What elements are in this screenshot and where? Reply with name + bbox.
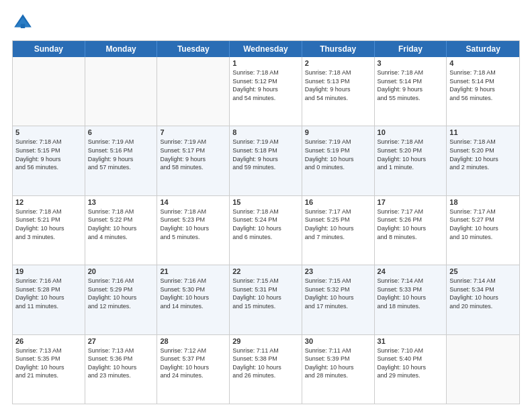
calendar-cell: 2Sunrise: 7:18 AM Sunset: 5:13 PM Daylig… <box>302 57 375 126</box>
logo-icon <box>12 12 34 34</box>
weekday-header-sunday: Sunday <box>13 41 85 57</box>
day-info: Sunrise: 7:14 AM Sunset: 5:33 PM Dayligh… <box>378 277 444 310</box>
calendar-cell: 25Sunrise: 7:14 AM Sunset: 5:34 PM Dayli… <box>447 265 519 334</box>
day-number: 27 <box>88 337 154 345</box>
day-info: Sunrise: 7:17 AM Sunset: 5:25 PM Dayligh… <box>305 208 371 241</box>
day-info: Sunrise: 7:16 AM Sunset: 5:30 PM Dayligh… <box>160 277 226 310</box>
calendar-cell: 7Sunrise: 7:19 AM Sunset: 5:17 PM Daylig… <box>157 126 230 195</box>
day-info: Sunrise: 7:17 AM Sunset: 5:27 PM Dayligh… <box>449 208 517 241</box>
day-number: 6 <box>88 128 154 136</box>
weekday-header-friday: Friday <box>375 41 447 57</box>
day-number: 19 <box>15 267 82 275</box>
calendar-cell: 9Sunrise: 7:19 AM Sunset: 5:19 PM Daylig… <box>302 126 375 195</box>
day-info: Sunrise: 7:11 AM Sunset: 5:38 PM Dayligh… <box>232 347 299 380</box>
calendar-cell <box>13 57 85 126</box>
calendar-cell: 17Sunrise: 7:17 AM Sunset: 5:26 PM Dayli… <box>375 196 447 265</box>
day-number: 25 <box>449 267 517 275</box>
calendar-cell: 22Sunrise: 7:15 AM Sunset: 5:31 PM Dayli… <box>230 265 302 334</box>
day-number: 21 <box>160 267 226 275</box>
day-info: Sunrise: 7:11 AM Sunset: 5:39 PM Dayligh… <box>305 347 371 380</box>
calendar-body: 1Sunrise: 7:18 AM Sunset: 5:12 PM Daylig… <box>13 57 519 404</box>
calendar-cell: 28Sunrise: 7:12 AM Sunset: 5:37 PM Dayli… <box>157 335 230 404</box>
day-info: Sunrise: 7:10 AM Sunset: 5:40 PM Dayligh… <box>378 347 444 380</box>
day-info: Sunrise: 7:15 AM Sunset: 5:31 PM Dayligh… <box>232 277 299 310</box>
calendar-cell: 18Sunrise: 7:17 AM Sunset: 5:27 PM Dayli… <box>447 196 519 265</box>
calendar-cell: 23Sunrise: 7:15 AM Sunset: 5:32 PM Dayli… <box>302 265 375 334</box>
day-number: 31 <box>378 337 444 345</box>
calendar-cell: 11Sunrise: 7:18 AM Sunset: 5:20 PM Dayli… <box>447 126 519 195</box>
weekday-header-wednesday: Wednesday <box>230 41 302 57</box>
calendar-cell: 30Sunrise: 7:11 AM Sunset: 5:39 PM Dayli… <box>302 335 375 404</box>
day-number: 30 <box>305 337 371 345</box>
day-info: Sunrise: 7:19 AM Sunset: 5:19 PM Dayligh… <box>305 138 371 171</box>
day-info: Sunrise: 7:15 AM Sunset: 5:32 PM Dayligh… <box>305 277 371 310</box>
calendar-cell: 13Sunrise: 7:18 AM Sunset: 5:22 PM Dayli… <box>85 196 158 265</box>
day-number: 15 <box>232 198 299 206</box>
calendar-cell: 29Sunrise: 7:11 AM Sunset: 5:38 PM Dayli… <box>230 335 302 404</box>
calendar-row: 5Sunrise: 7:18 AM Sunset: 5:15 PM Daylig… <box>13 126 519 195</box>
day-number: 7 <box>160 128 226 136</box>
day-number: 23 <box>305 267 371 275</box>
day-info: Sunrise: 7:19 AM Sunset: 5:16 PM Dayligh… <box>88 138 154 171</box>
weekday-header-tuesday: Tuesday <box>157 41 230 57</box>
day-info: Sunrise: 7:18 AM Sunset: 5:22 PM Dayligh… <box>88 208 154 241</box>
day-info: Sunrise: 7:18 AM Sunset: 5:21 PM Dayligh… <box>15 208 82 241</box>
day-info: Sunrise: 7:18 AM Sunset: 5:13 PM Dayligh… <box>305 68 371 102</box>
day-number: 22 <box>232 267 299 275</box>
day-info: Sunrise: 7:18 AM Sunset: 5:20 PM Dayligh… <box>378 138 444 171</box>
day-number: 5 <box>15 128 82 136</box>
day-number: 20 <box>88 267 154 275</box>
day-number: 8 <box>232 128 299 136</box>
day-number: 29 <box>232 337 299 345</box>
day-number: 28 <box>160 337 226 345</box>
day-info: Sunrise: 7:18 AM Sunset: 5:20 PM Dayligh… <box>449 138 517 171</box>
calendar-cell: 12Sunrise: 7:18 AM Sunset: 5:21 PM Dayli… <box>13 196 85 265</box>
calendar-cell: 16Sunrise: 7:17 AM Sunset: 5:25 PM Dayli… <box>302 196 375 265</box>
day-number: 14 <box>160 198 226 206</box>
calendar: SundayMondayTuesdayWednesdayThursdayFrid… <box>12 40 520 404</box>
page-header <box>12 12 520 34</box>
calendar-row: 26Sunrise: 7:13 AM Sunset: 5:35 PM Dayli… <box>13 334 519 404</box>
day-number: 13 <box>88 198 154 206</box>
day-number: 26 <box>15 337 82 345</box>
day-info: Sunrise: 7:13 AM Sunset: 5:36 PM Dayligh… <box>88 347 154 380</box>
calendar-cell: 4Sunrise: 7:18 AM Sunset: 5:14 PM Daylig… <box>447 57 519 126</box>
calendar-cell: 21Sunrise: 7:16 AM Sunset: 5:30 PM Dayli… <box>157 265 230 334</box>
day-info: Sunrise: 7:19 AM Sunset: 5:17 PM Dayligh… <box>160 138 226 171</box>
day-number: 10 <box>378 128 444 136</box>
day-info: Sunrise: 7:17 AM Sunset: 5:26 PM Dayligh… <box>378 208 444 241</box>
day-info: Sunrise: 7:18 AM Sunset: 5:14 PM Dayligh… <box>449 68 517 102</box>
calendar-row: 19Sunrise: 7:16 AM Sunset: 5:28 PM Dayli… <box>13 265 519 334</box>
logo <box>12 12 36 34</box>
day-info: Sunrise: 7:16 AM Sunset: 5:28 PM Dayligh… <box>15 277 82 310</box>
calendar-cell <box>85 57 158 126</box>
day-info: Sunrise: 7:16 AM Sunset: 5:29 PM Dayligh… <box>88 277 154 310</box>
day-number: 18 <box>449 198 517 206</box>
day-number: 11 <box>449 128 517 136</box>
calendar-cell: 5Sunrise: 7:18 AM Sunset: 5:15 PM Daylig… <box>13 126 85 195</box>
calendar-row: 12Sunrise: 7:18 AM Sunset: 5:21 PM Dayli… <box>13 195 519 265</box>
day-info: Sunrise: 7:18 AM Sunset: 5:24 PM Dayligh… <box>232 208 299 241</box>
calendar-cell: 10Sunrise: 7:18 AM Sunset: 5:20 PM Dayli… <box>375 126 447 195</box>
day-info: Sunrise: 7:19 AM Sunset: 5:18 PM Dayligh… <box>232 138 299 171</box>
weekday-header-saturday: Saturday <box>447 41 519 57</box>
calendar-cell: 15Sunrise: 7:18 AM Sunset: 5:24 PM Dayli… <box>230 196 302 265</box>
day-info: Sunrise: 7:12 AM Sunset: 5:37 PM Dayligh… <box>160 347 226 380</box>
day-number: 9 <box>305 128 371 136</box>
calendar-cell <box>157 57 230 126</box>
day-number: 24 <box>378 267 444 275</box>
svg-rect-2 <box>21 24 25 28</box>
day-number: 3 <box>378 59 444 67</box>
weekday-header-thursday: Thursday <box>302 41 375 57</box>
day-number: 4 <box>449 59 517 67</box>
calendar-cell: 20Sunrise: 7:16 AM Sunset: 5:29 PM Dayli… <box>85 265 158 334</box>
calendar-cell <box>447 335 519 404</box>
calendar-cell: 31Sunrise: 7:10 AM Sunset: 5:40 PM Dayli… <box>375 335 447 404</box>
day-info: Sunrise: 7:18 AM Sunset: 5:23 PM Dayligh… <box>160 208 226 241</box>
calendar-row: 1Sunrise: 7:18 AM Sunset: 5:12 PM Daylig… <box>13 57 519 126</box>
day-info: Sunrise: 7:18 AM Sunset: 5:15 PM Dayligh… <box>15 138 82 171</box>
day-info: Sunrise: 7:18 AM Sunset: 5:14 PM Dayligh… <box>378 68 444 102</box>
weekday-header-monday: Monday <box>85 41 158 57</box>
calendar-cell: 24Sunrise: 7:14 AM Sunset: 5:33 PM Dayli… <box>375 265 447 334</box>
calendar-cell: 3Sunrise: 7:18 AM Sunset: 5:14 PM Daylig… <box>375 57 447 126</box>
